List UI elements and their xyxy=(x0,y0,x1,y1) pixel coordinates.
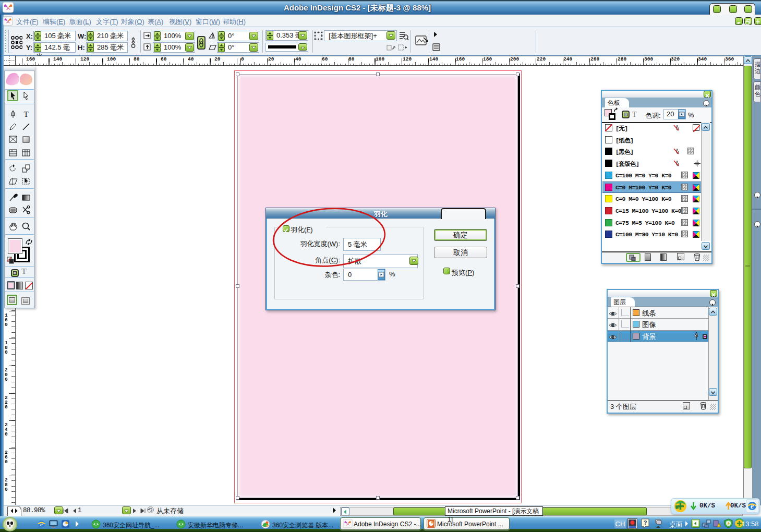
svg-text:!: ! xyxy=(719,524,720,527)
svg-text:e: e xyxy=(751,502,754,510)
svg-text:e: e xyxy=(40,521,43,527)
svg-text:?: ? xyxy=(644,519,647,526)
svg-text:T: T xyxy=(23,110,28,118)
